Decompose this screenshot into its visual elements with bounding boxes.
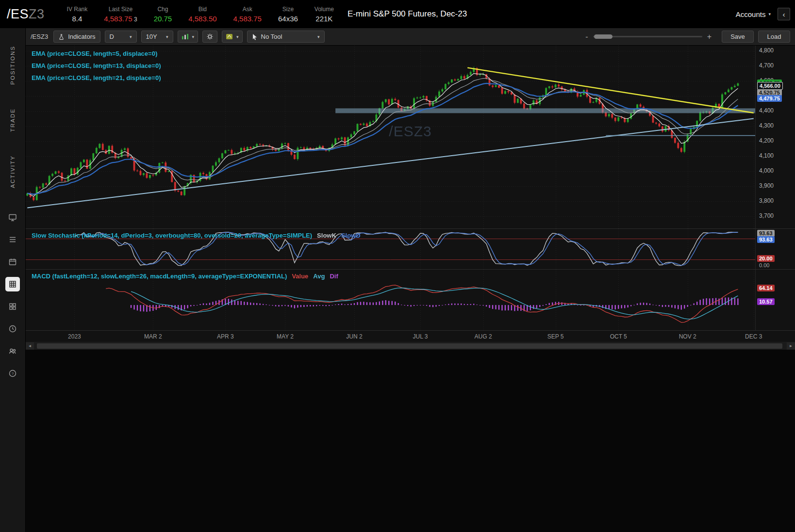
quote-field-volume: Volume221K	[315, 6, 334, 23]
macd-mark-10.57: 10.57	[757, 298, 775, 305]
time-tick-nov-2: NOV 2	[679, 333, 696, 340]
collapse-panel-button[interactable]: ‹	[778, 8, 790, 20]
quote-field-chg: Chg20.75	[154, 6, 172, 23]
time-tick-sep-5: SEP 5	[547, 333, 564, 340]
tv-icon[interactable]	[5, 210, 20, 225]
stoch-mark-20.00: 20.00	[757, 255, 775, 262]
chart-settings-button[interactable]	[202, 31, 217, 43]
chevron-down-icon: ▾	[192, 34, 195, 39]
zoom-in-button[interactable]: +	[707, 33, 712, 41]
news-list-icon[interactable]	[5, 232, 20, 247]
header-right: Accounts ▾ ‹	[736, 8, 790, 20]
indicators-button[interactable]: Indicators	[53, 31, 100, 43]
symbol: /ESZ3	[7, 7, 45, 22]
sidebar-tab-activity[interactable]: ACTIVITY	[10, 153, 16, 190]
quote-field-size: Size64x36	[278, 6, 298, 23]
time-tick-apr-3: APR 3	[217, 333, 234, 340]
ema-label-1: EMA (price=CLOSE, length=13, displace=0)	[32, 62, 161, 69]
zoom-out-button[interactable]: -	[585, 33, 588, 41]
price-axis[interactable]: 3,7003,8003,9004,0004,1004,2004,3004,400…	[755, 46, 795, 228]
stoch-mark-93.63: 93.63	[757, 236, 775, 243]
ema-label-0: EMA (price=CLOSE, length=5, displace=0)	[32, 50, 161, 57]
drawing-tool-selector[interactable]: No Tool ▾	[247, 31, 325, 43]
scroll-right-button[interactable]: ►	[787, 342, 795, 350]
price-mark-4,479.75: 4,479.75	[757, 95, 782, 102]
chart-scrollbar: ◄ ►	[26, 342, 795, 350]
scroll-left-button[interactable]: ◄	[26, 342, 34, 350]
quote-stats: IV Rank8.4Last Size4,583.75 3Chg20.75Bid…	[67, 6, 334, 23]
stoch-mark-93.63: 93.63	[757, 230, 775, 237]
price-tick-3700: 3,700	[759, 212, 774, 219]
macd-avg-label: Avg	[313, 273, 325, 280]
time-tick-mar-2: MAR 2	[144, 333, 162, 340]
chevron-down-icon: ▾	[130, 34, 132, 39]
symbol-root: /ES	[7, 7, 29, 21]
quote-header: /ESZ3 IV Rank8.4Last Size4,583.75 3Chg20…	[0, 0, 795, 28]
time-tick-jul-3: JUL 3	[413, 333, 428, 340]
time-tick-aug-2: AUG 2	[475, 333, 492, 340]
quote-field-last-size: Last Size4,583.75 3	[104, 6, 137, 23]
quote-field-ask: Ask4,583.75	[233, 6, 262, 23]
sidebar-tab-positions[interactable]: POSITIONS	[10, 44, 16, 87]
price-tick-3800: 3,800	[759, 197, 774, 204]
time-axis[interactable]: 2023MAR 2APR 3MAY 2JUN 2JUL 3AUG 2SEP 5O…	[26, 331, 795, 342]
quote-field-iv-rank: IV Rank8.4	[67, 6, 88, 23]
price-tick-4700: 4,700	[759, 62, 774, 69]
calendar-icon[interactable]	[5, 255, 20, 269]
accounts-label: Accounts	[736, 10, 766, 18]
indicators-label: Indicators	[68, 33, 95, 40]
zoom-slider-handle[interactable]	[594, 34, 613, 39]
ema-study-labels: EMA (price=CLOSE, length=5, displace=0)E…	[32, 50, 161, 81]
timeframe-value: D	[110, 33, 114, 40]
chart-type-dropdown[interactable]: ▾	[178, 31, 199, 43]
time-tick-dec-3: DEC 3	[745, 333, 762, 340]
scrollbar-thumb[interactable]	[37, 343, 782, 349]
stochastic-axis: 93.6393.6320.000.00	[755, 229, 795, 269]
range-dropdown[interactable]: 10Y ▾	[141, 31, 173, 43]
sidebar-tab-trade[interactable]: TRADE	[10, 106, 16, 134]
people-icon[interactable]	[5, 344, 20, 358]
load-button[interactable]: Load	[758, 31, 790, 43]
chevron-down-icon: ▾	[166, 34, 168, 39]
bottom-gap	[26, 350, 795, 532]
price-tick-4400: 4,400	[759, 107, 774, 114]
accounts-dropdown[interactable]: Accounts ▾	[736, 10, 771, 18]
slowd-label: SlowD	[341, 232, 361, 239]
macd-value-label: Value	[292, 273, 308, 280]
main-row: POSITIONSTRADEACTIVITY	[0, 28, 795, 532]
timeframe-dropdown[interactable]: D ▾	[105, 31, 137, 43]
chevron-down-icon: ▾	[768, 12, 771, 16]
chart-grid-icon[interactable]	[5, 277, 20, 291]
chart-area: /ESZ3 Indicators D ▾ 10Y ▾ ▾	[25, 28, 795, 532]
price-tick-4100: 4,100	[759, 152, 774, 159]
tiles-icon[interactable]	[5, 299, 20, 314]
save-label: Save	[730, 33, 745, 40]
stochastic-label-row: Slow Stochastic (kPeriod=14, dPeriod=3, …	[32, 232, 361, 239]
quote-field-bid: Bid4,583.50	[188, 6, 216, 23]
sidebar-icons: ?	[5, 210, 20, 381]
macd-dif-label: Dif	[330, 273, 338, 280]
symbol-suffix: Z3	[29, 7, 45, 21]
help-icon[interactable]: ?	[5, 366, 20, 381]
time-tick-2023: 2023	[68, 333, 81, 340]
price-tick-3900: 3,900	[759, 182, 774, 189]
drawing-set-dropdown[interactable]: ▾	[222, 31, 243, 43]
sidebar-tabs: POSITIONSTRADEACTIVITY	[10, 44, 16, 209]
chart-type-icon	[182, 33, 189, 40]
macd-label: MACD (fastLength=12, slowLength=26, macd…	[32, 273, 287, 280]
svg-text:?: ?	[12, 371, 14, 376]
scrollbar-track[interactable]	[34, 342, 787, 350]
toolbar-symbol-label: /ESZ3	[31, 33, 48, 40]
save-button[interactable]: Save	[722, 31, 754, 43]
chart-watermark: /ESZ3	[389, 123, 431, 140]
chart-toolbar: /ESZ3 Indicators D ▾ 10Y ▾ ▾	[26, 28, 795, 46]
price-tick-4000: 4,000	[759, 167, 774, 174]
macd-axis: 64.1410.57	[755, 270, 795, 330]
macd-panel: MACD (fastLength=12, slowLength=26, macd…	[26, 270, 795, 331]
stoch-mark-0.00: 0.00	[757, 262, 771, 269]
zoom-slider[interactable]	[593, 36, 702, 37]
cursor-icon	[252, 33, 258, 40]
stochastic-label: Slow Stochastic (kPeriod=14, dPeriod=3, …	[32, 232, 312, 239]
chevron-down-icon: ▾	[317, 34, 320, 39]
clock-icon[interactable]	[5, 322, 20, 336]
